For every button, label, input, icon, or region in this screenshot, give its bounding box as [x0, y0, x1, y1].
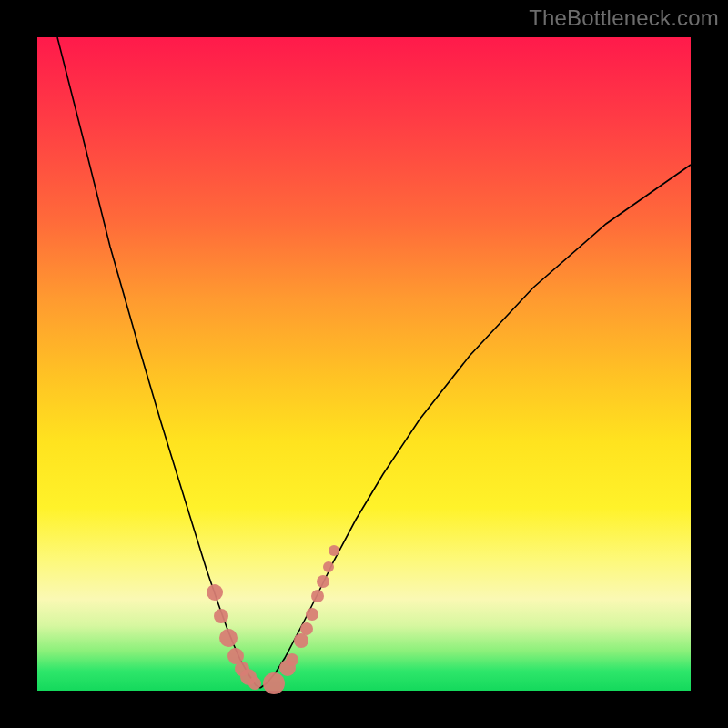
- marker-dot: [294, 633, 308, 648]
- marker-dot: [306, 608, 318, 621]
- watermark-text: TheBottleneck.com: [529, 5, 719, 31]
- right-curve: [260, 165, 691, 688]
- marker-dots: [207, 545, 339, 694]
- marker-dot: [323, 561, 334, 572]
- marker-dot: [329, 545, 339, 556]
- marker-dot: [317, 575, 329, 588]
- marker-dot: [263, 672, 285, 694]
- chart-frame: TheBottleneck.com: [0, 0, 728, 728]
- marker-dot: [300, 622, 313, 635]
- marker-dot: [311, 590, 324, 602]
- marker-dot: [286, 653, 298, 666]
- plot-area: [37, 37, 691, 691]
- marker-dot: [248, 677, 261, 690]
- marker-dot: [214, 609, 228, 623]
- curve-layer: [37, 37, 691, 691]
- marker-dot: [219, 629, 238, 647]
- marker-dot: [207, 584, 223, 601]
- left-curve: [57, 37, 260, 688]
